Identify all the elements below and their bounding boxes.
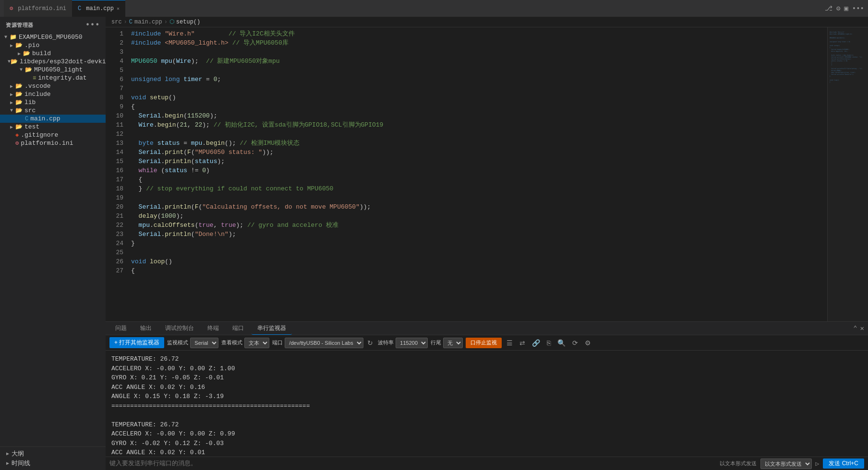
panel-controls: ⌃ ✕	[853, 324, 864, 332]
settings-icon[interactable]: ⚙	[836, 4, 840, 12]
close-tab-icon[interactable]: ✕	[117, 6, 120, 12]
mpu6050-label: MPU6050_light	[34, 66, 83, 73]
cpp-file-icon: C	[25, 116, 28, 122]
tab-output[interactable]: 输出	[134, 322, 157, 334]
clear-icon[interactable]: ⟳	[570, 338, 580, 348]
include-label: include	[24, 91, 51, 98]
lineend-select[interactable]: 无	[443, 338, 463, 348]
breadcrumb-file[interactable]: main.cpp	[134, 19, 162, 25]
send-button[interactable]: 发送 Ctrl+C	[823, 458, 864, 469]
sidebar-item-integrity[interactable]: ≡ integrity.dat	[0, 74, 106, 82]
expand-icon: ▼	[8, 108, 15, 113]
sidebar-item-root[interactable]: ▼ 📁 EXAMPLE06_MPU6050	[0, 33, 106, 41]
refresh-port-icon[interactable]: ↻	[365, 338, 375, 348]
timeline-label: 时间线	[12, 459, 30, 468]
tab-problems[interactable]: 问题	[109, 322, 133, 334]
line-numbers: 1234567891011121314151617181920212223242…	[106, 27, 127, 321]
titlebar: ⚙ platformio.ini C main.cpp ✕ ⎇ ⚙ ▣ •••	[0, 0, 868, 17]
folder-icon: 📂	[15, 91, 23, 98]
serial-output[interactable]: TEMPERATURE: 26.72ACCELERO X: -0.00 Y: 0…	[106, 351, 868, 457]
view-select[interactable]: 文本	[244, 338, 269, 348]
cpp-file-icon: C	[78, 5, 81, 12]
breadcrumb-src[interactable]: src	[111, 19, 122, 25]
expand-icon: ▶	[4, 460, 12, 466]
sidebar-item-mpu6050[interactable]: ▼ 📂 MPU6050_light	[0, 66, 106, 74]
sidebar-item-libdeps[interactable]: ▼ 📂 libdeps/esp32doit-devkit-v1	[0, 58, 106, 66]
link-icon[interactable]: 🔗	[530, 338, 542, 348]
sidebar-item-outline[interactable]: ▶ 大纲	[0, 449, 106, 458]
src-label: src	[24, 107, 36, 114]
more-icon[interactable]: •••	[852, 5, 864, 12]
sidebar-item-gitignore[interactable]: ◈ .gitignore	[0, 131, 106, 139]
tab-platformio-ini[interactable]: ⚙ platformio.ini	[4, 0, 72, 17]
stop-monitor-button[interactable]: 口停止监视	[466, 338, 502, 348]
sidebar-item-pio[interactable]: ▶ 📂 .pio	[0, 41, 106, 49]
tab-debug-console[interactable]: 调试控制台	[159, 322, 200, 334]
baud-select[interactable]: 115200	[396, 338, 428, 348]
build-label: build	[32, 50, 51, 57]
tab-terminal[interactable]: 终端	[202, 322, 225, 334]
send-mode-label: 以文本形式发送	[720, 460, 757, 467]
ini-file-icon: ⚙	[15, 140, 19, 147]
view-label: 查看模式	[221, 339, 242, 346]
main-cpp-label: main.cpp	[30, 115, 60, 122]
panel-tabs: 问题 输出 调试控制台 终端 端口 串行监视器 ⌃ ✕	[106, 322, 868, 335]
sidebar-title: 资源管理器	[6, 22, 34, 29]
sidebar-item-platformio-ini[interactable]: ⚙ platformio.ini	[0, 139, 106, 147]
open-monitor-button[interactable]: + 打开其他监视器	[109, 337, 164, 348]
close-panel-icon[interactable]: ✕	[860, 324, 864, 332]
port-select[interactable]: /dev/ttyUSB0 - Silicon Labs	[285, 338, 363, 348]
search-icon[interactable]: 🔍	[555, 338, 567, 348]
ini-file-icon: ⚙	[10, 5, 13, 12]
code-content[interactable]: #include "Wire.h" // 导入I2C相关头文件#include …	[127, 27, 827, 321]
menu-icon[interactable]: ☰	[505, 338, 515, 348]
sidebar-item-lib[interactable]: ▶ 📂 lib	[0, 98, 106, 106]
sidebar-more-icon[interactable]: •••	[85, 21, 100, 29]
tab-label-main-cpp: main.cpp	[86, 5, 114, 12]
breadcrumb-sep1: ›	[124, 19, 127, 25]
minimize-panel-icon[interactable]: ⌃	[853, 324, 857, 332]
sidebar-item-vscode[interactable]: ▶ 📂 .vscode	[0, 82, 106, 90]
expand-icon: ▼	[17, 67, 25, 72]
mode-section: 监视模式 Serial	[167, 338, 218, 348]
gitignore-label: .gitignore	[21, 131, 58, 139]
breadcrumb-function[interactable]: setup()	[176, 19, 200, 25]
mode-select[interactable]: Serial	[190, 338, 218, 348]
settings-serial-icon[interactable]: ⚙	[583, 338, 593, 348]
breadcrumb-sep2: ›	[164, 19, 168, 25]
sidebar-item-timeline[interactable]: ▶ 时间线	[0, 458, 106, 468]
panel-area: 问题 输出 调试控制台 终端 端口 串行监视器 ⌃ ✕ + 打开其他监视器 监视…	[106, 321, 868, 470]
lineend-label: 行尾	[431, 339, 441, 346]
expand-icon: ▶	[8, 100, 15, 106]
breadcrumb: src › C main.cpp › ⬡ setup()	[106, 17, 868, 27]
folder-icon: 📁	[10, 34, 17, 41]
view-section: 查看模式 文本	[221, 338, 269, 348]
sidebar-item-main-cpp[interactable]: C main.cpp	[0, 115, 106, 123]
expand-icon: ▶	[8, 43, 15, 48]
tab-bar: ⚙ platformio.ini C main.cpp ✕	[4, 0, 825, 17]
folder-icon: 📂	[15, 82, 23, 90]
expand-icon: ▶	[4, 451, 12, 457]
sidebar-item-build[interactable]: ▶ 📂 build	[0, 49, 106, 58]
code-editor[interactable]: 1234567891011121314151617181920212223242…	[106, 27, 868, 321]
outline-label: 大纲	[12, 449, 24, 458]
tab-main-cpp[interactable]: C main.cpp ✕	[72, 0, 125, 17]
sidebar-item-test[interactable]: ▶ 📂 test	[0, 123, 106, 131]
serial-monitor-toolbar: + 打开其他监视器 监视模式 Serial 查看模式 文本 端口	[106, 335, 868, 351]
editor-area: src › C main.cpp › ⬡ setup() 12345678910…	[106, 17, 868, 470]
split-icon[interactable]: ⇄	[518, 338, 527, 348]
layout-icon[interactable]: ▣	[844, 4, 848, 12]
lineend-section: 行尾 无	[431, 338, 463, 348]
folder-icon: 📂	[15, 99, 23, 106]
branch-icon[interactable]: ⎇	[825, 4, 832, 12]
platformio-ini-label: platformio.ini	[21, 140, 73, 147]
sidebar-item-src[interactable]: ▼ 📂 src	[0, 106, 106, 115]
port-label: 端口	[272, 339, 283, 346]
breadcrumb-icon-cpp: C	[129, 19, 133, 25]
serial-input-field[interactable]	[109, 460, 716, 467]
sidebar-item-include[interactable]: ▶ 📂 include	[0, 90, 106, 98]
copy-icon[interactable]: ⎘	[545, 338, 553, 348]
tab-serial-monitor[interactable]: 串行监视器	[252, 322, 292, 335]
tab-port[interactable]: 端口	[227, 322, 250, 334]
send-mode-select[interactable]: 以文本形式发送	[760, 458, 812, 469]
